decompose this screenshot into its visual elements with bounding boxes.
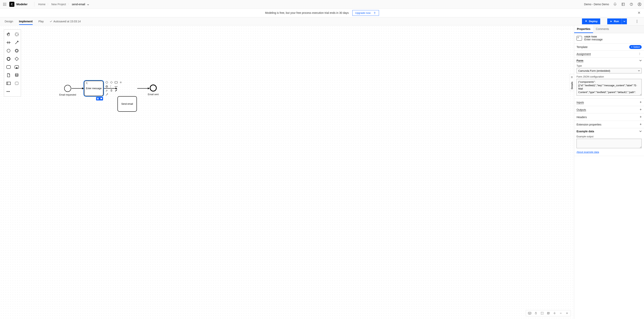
form-badge-icon[interactable] <box>96 97 100 100</box>
deploy-button[interactable]: Deploy <box>582 18 600 24</box>
add-extension-icon[interactable]: + <box>640 122 642 126</box>
color-icon[interactable] <box>114 89 118 92</box>
fullscreen-icon[interactable] <box>540 311 544 315</box>
space-tool-icon[interactable] <box>5 39 12 46</box>
add-header-icon[interactable]: + <box>640 115 642 119</box>
section-title[interactable]: Form <box>576 59 583 62</box>
intermediate-event-icon[interactable] <box>13 47 20 54</box>
svg-point-27 <box>15 73 18 75</box>
svg-point-6 <box>3 5 4 6</box>
svg-point-43 <box>117 86 118 87</box>
task-send-email[interactable]: Send email <box>118 96 137 112</box>
expanded-subprocess-icon[interactable] <box>13 63 20 71</box>
run-button[interactable]: Run <box>607 18 622 24</box>
chevron-right-icon[interactable]: 〉 <box>639 52 642 56</box>
example-output-textarea[interactable] <box>576 139 642 148</box>
svg-point-21 <box>16 50 18 52</box>
append-event-icon[interactable] <box>105 81 108 84</box>
section-title[interactable]: Example data <box>576 130 594 133</box>
breadcrumb-home[interactable]: Home <box>38 3 46 6</box>
end-event-icon[interactable] <box>5 55 12 62</box>
chevron-right-icon: 〉 <box>68 3 70 6</box>
svg-point-47 <box>554 313 555 314</box>
tab-comments[interactable]: Comments <box>593 25 612 33</box>
form-type-select[interactable]: Camunda Form (embedded) <box>576 68 642 73</box>
pool-icon[interactable] <box>5 80 12 87</box>
user-task-enter-message[interactable]: Enter message <box>84 81 104 96</box>
bell-icon[interactable] <box>613 2 617 6</box>
data-store-icon[interactable] <box>13 71 20 79</box>
diagram-canvas[interactable]: Email requested Enter message <box>0 25 574 319</box>
zoom-out-icon[interactable] <box>559 311 563 315</box>
svg-point-46 <box>535 313 537 314</box>
details-sidebar-tab[interactable]: Details <box>570 74 574 91</box>
upgrade-button[interactable]: Upgrade now <box>352 10 379 16</box>
connect-icon[interactable] <box>105 93 108 96</box>
context-more-icon[interactable] <box>114 85 118 88</box>
section-title[interactable]: Extension properties <box>576 123 602 126</box>
select-template-label: Select <box>633 46 640 48</box>
append-intermediate-event-icon[interactable] <box>105 85 108 88</box>
section-title[interactable]: Template <box>576 45 588 48</box>
svg-point-31 <box>8 91 8 92</box>
start-event-icon[interactable] <box>5 47 12 54</box>
section-title[interactable]: Headers <box>576 116 587 119</box>
user-label[interactable]: Demo - Demo Demo <box>584 3 609 6</box>
gateway-icon[interactable] <box>13 55 20 62</box>
add-input-icon[interactable]: + <box>640 100 642 104</box>
section-title[interactable]: Outputs <box>576 108 586 111</box>
tab-properties[interactable]: Properties <box>574 25 593 33</box>
about-example-data-link[interactable]: About example data <box>576 151 599 153</box>
section-title[interactable]: Assignment <box>576 52 591 55</box>
comment-badge-icon[interactable] <box>100 97 103 100</box>
sequence-flow[interactable] <box>137 88 149 89</box>
zoom-in-icon[interactable] <box>565 311 569 315</box>
append-task-icon[interactable] <box>114 81 118 84</box>
element-name-label: Enter message <box>584 38 602 41</box>
reset-viewport-icon[interactable] <box>552 311 557 315</box>
section-title[interactable]: Inputs <box>576 101 584 104</box>
tab-play[interactable]: Play <box>38 18 44 25</box>
chevron-down-icon[interactable] <box>639 131 642 132</box>
close-banner-icon[interactable]: ✕ <box>638 11 640 14</box>
sequence-flow[interactable] <box>72 88 84 89</box>
minimap-icon[interactable] <box>546 311 550 315</box>
lasso-tool-icon[interactable] <box>13 31 20 38</box>
breadcrumb-project[interactable]: New Project <box>51 3 66 6</box>
task-label: Send email <box>121 103 133 105</box>
feedback-icon[interactable] <box>534 311 538 315</box>
wrench-icon[interactable] <box>105 89 108 92</box>
more-actions-icon[interactable] <box>635 20 639 23</box>
change-type-settings-icon[interactable] <box>119 81 122 84</box>
start-event[interactable]: Email requested <box>64 85 71 92</box>
help-icon[interactable] <box>629 2 634 6</box>
more-elements-icon[interactable] <box>5 88 12 95</box>
select-template-button[interactable]: + Select <box>629 45 642 49</box>
connect-tool-icon[interactable] <box>13 39 20 46</box>
append-gateway-icon[interactable] <box>110 81 113 84</box>
run-dropdown-button[interactable] <box>622 18 627 24</box>
data-object-icon[interactable] <box>5 71 12 79</box>
end-event[interactable]: Email sent <box>150 84 157 91</box>
svg-point-42 <box>116 86 116 87</box>
chevron-down-icon[interactable] <box>639 60 642 61</box>
mode-tab-bar: Design Implement Play Autosaved at 15:03… <box>0 17 644 25</box>
delete-icon[interactable] <box>110 89 113 92</box>
task-icon[interactable] <box>5 63 12 71</box>
form-json-textarea[interactable] <box>576 79 642 96</box>
app-title: Modeler <box>16 2 28 6</box>
svg-point-3 <box>3 4 4 4</box>
add-output-icon[interactable]: + <box>640 108 642 112</box>
tab-implement[interactable]: Implement <box>19 18 33 25</box>
annotation-icon[interactable] <box>110 85 113 88</box>
breadcrumb-file[interactable]: send-email <box>72 3 89 6</box>
chevron-right-icon: 〉 <box>48 3 50 6</box>
app-launcher-icon[interactable] <box>2 2 7 6</box>
user-avatar-icon[interactable] <box>638 2 642 6</box>
hand-tool-icon[interactable] <box>5 31 12 38</box>
org-icon[interactable] <box>621 2 625 6</box>
autosave-status: Autosaved at 15:03:14 <box>50 20 81 23</box>
group-icon[interactable] <box>13 80 20 87</box>
tab-design[interactable]: Design <box>5 18 13 25</box>
keyboard-shortcuts-icon[interactable] <box>528 311 532 315</box>
